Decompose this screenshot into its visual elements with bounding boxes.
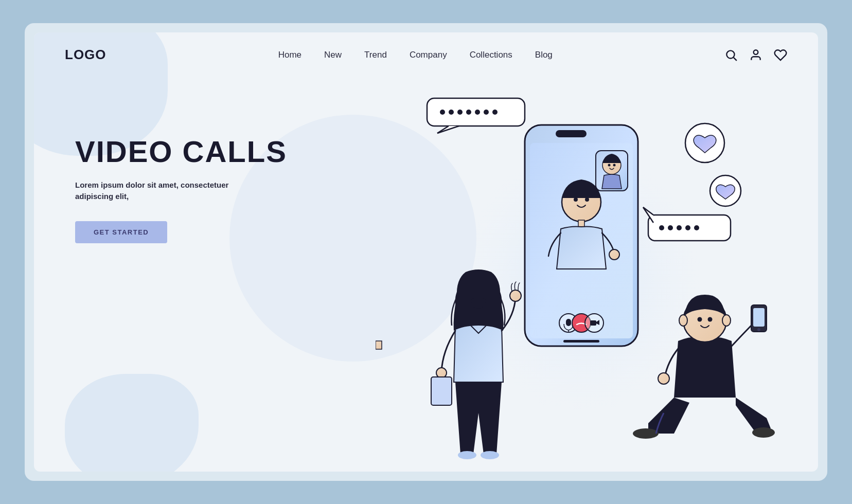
hero-subtitle: Lorem ipsum dolor sit amet, consectetuer… xyxy=(75,179,260,203)
svg-point-28 xyxy=(466,110,471,115)
hero-section: VIDEO CALLS Lorem ipsum dolor sit amet, … xyxy=(75,135,287,243)
svg-point-29 xyxy=(475,110,480,115)
svg-point-9 xyxy=(585,197,589,202)
svg-rect-60 xyxy=(376,341,382,349)
svg-rect-17 xyxy=(566,319,571,326)
svg-point-31 xyxy=(492,110,498,115)
svg-point-27 xyxy=(457,110,463,115)
svg-point-41 xyxy=(458,451,476,459)
svg-point-30 xyxy=(484,110,489,115)
nav-company[interactable]: Company xyxy=(410,50,447,60)
blob-bottom-left xyxy=(65,374,199,472)
svg-point-14 xyxy=(608,164,611,167)
svg-point-57 xyxy=(722,315,731,326)
svg-rect-44 xyxy=(431,377,452,405)
header: LOGO Home New Trend Company Collections … xyxy=(34,32,818,63)
svg-rect-22 xyxy=(563,340,599,343)
hero-title: VIDEO CALLS xyxy=(75,135,287,168)
svg-point-36 xyxy=(677,225,682,230)
user-icon[interactable] xyxy=(749,48,762,62)
inner-card: LOGO Home New Trend Company Collections … xyxy=(34,32,818,472)
svg-line-1 xyxy=(734,57,737,60)
svg-point-50 xyxy=(752,427,775,438)
main-nav: Home New Trend Company Collections Blog xyxy=(278,50,553,60)
logo: LOGO xyxy=(65,47,106,63)
svg-point-34 xyxy=(659,225,664,230)
svg-point-35 xyxy=(668,225,673,230)
svg-point-49 xyxy=(633,428,659,439)
svg-rect-5 xyxy=(556,130,587,137)
svg-point-56 xyxy=(679,315,687,326)
search-icon[interactable] xyxy=(724,48,738,62)
svg-point-37 xyxy=(685,225,690,230)
nav-blog[interactable]: Blog xyxy=(535,50,553,60)
svg-point-2 xyxy=(754,50,758,55)
svg-point-47 xyxy=(471,299,476,303)
svg-point-0 xyxy=(726,50,734,58)
illustration-svg xyxy=(376,63,797,472)
svg-rect-21 xyxy=(590,320,596,326)
nav-trend[interactable]: Trend xyxy=(364,50,387,60)
illustration-area xyxy=(376,63,797,472)
nav-home[interactable]: Home xyxy=(278,50,301,60)
svg-point-45 xyxy=(510,290,521,301)
svg-point-15 xyxy=(613,164,616,167)
svg-point-54 xyxy=(658,373,669,384)
svg-point-8 xyxy=(574,197,578,202)
svg-rect-52 xyxy=(753,308,765,327)
svg-point-48 xyxy=(482,299,486,303)
nav-collections[interactable]: Collections xyxy=(470,50,512,60)
nav-icons xyxy=(724,48,787,62)
svg-point-59 xyxy=(708,317,713,322)
svg-point-58 xyxy=(698,317,702,322)
nav-new[interactable]: New xyxy=(324,50,342,60)
svg-point-53 xyxy=(757,328,760,331)
get-started-button[interactable]: GET STARTED xyxy=(75,221,167,243)
svg-point-11 xyxy=(609,249,619,260)
svg-point-25 xyxy=(440,110,445,115)
svg-point-38 xyxy=(694,225,699,230)
heart-icon[interactable] xyxy=(774,48,787,62)
outer-frame: LOGO Home New Trend Company Collections … xyxy=(25,23,827,481)
svg-point-26 xyxy=(449,110,454,115)
svg-point-42 xyxy=(481,451,499,459)
